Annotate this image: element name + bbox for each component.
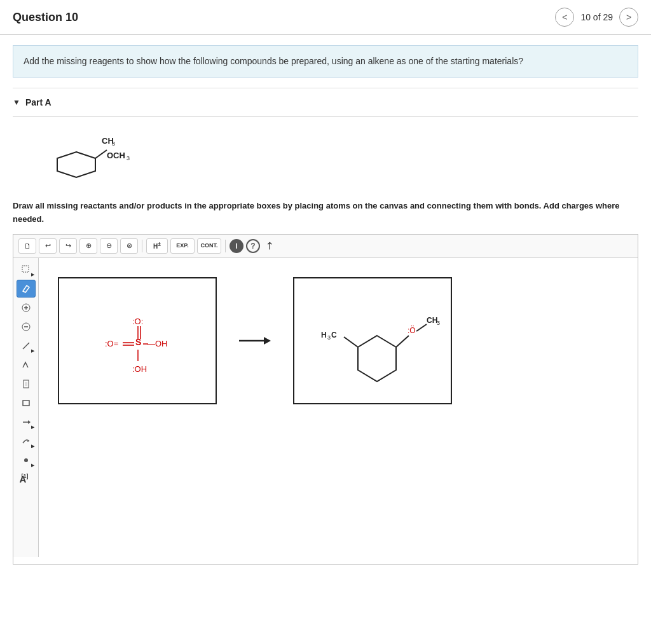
- reactant-box[interactable]: S :O: :OH :O=: [58, 277, 217, 404]
- svg-text::O=: :O=: [105, 339, 118, 348]
- cont-button[interactable]: CONT.: [197, 238, 221, 254]
- svg-rect-6: [22, 266, 29, 272]
- canvas-body: ▶ ▶: [13, 258, 638, 557]
- svg-marker-0: [57, 152, 95, 177]
- svg-rect-16: [23, 401, 29, 406]
- svg-text:3: 3: [327, 334, 331, 341]
- svg-line-12: [23, 343, 29, 349]
- svg-line-1: [95, 150, 107, 158]
- new-document-button[interactable]: 🗋: [18, 238, 36, 254]
- single-bond-button[interactable]: ▶: [17, 337, 36, 355]
- svg-line-42: [344, 337, 358, 347]
- select-tool-button[interactable]: ▶: [17, 261, 36, 278]
- zoom-in-button[interactable]: ⊕: [79, 238, 97, 254]
- double-bond-button[interactable]: [17, 356, 36, 374]
- svg-marker-18: [28, 420, 31, 424]
- erase-button[interactable]: ⊗: [120, 238, 138, 254]
- part-collapse-arrow: ▼: [13, 98, 20, 107]
- plus-charge-button[interactable]: [17, 299, 36, 317]
- svg-text:3: 3: [437, 320, 440, 326]
- drawing-area[interactable]: S :O: :OH :O=: [39, 258, 638, 557]
- svg-rect-15: [25, 382, 27, 386]
- target-molecule-display: CH 3 OCH 3: [32, 123, 651, 193]
- svg-text:C: C: [331, 331, 337, 339]
- svg-text:3: 3: [127, 155, 130, 161]
- hydrogen-button[interactable]: H±: [146, 238, 168, 254]
- rectangle-button[interactable]: [17, 394, 36, 412]
- expand-button[interactable]: ↗: [262, 238, 277, 253]
- svg-text:CH: CH: [427, 316, 437, 325]
- svg-text:OCH: OCH: [107, 151, 125, 160]
- arrow-button[interactable]: ▶: [17, 413, 36, 431]
- part-a-section: ▼ Part A: [13, 88, 638, 117]
- svg-text:—OH: —OH: [147, 339, 168, 348]
- svg-text:··: ··: [411, 322, 415, 329]
- toolbar-separator-2: [225, 240, 226, 252]
- question-prompt: Add the missing reagents to show how the…: [13, 45, 638, 78]
- question-title: Question 10: [13, 11, 78, 24]
- svg-point-21: [24, 458, 28, 462]
- svg-line-39: [416, 324, 427, 331]
- part-a-label: Part A: [25, 97, 51, 107]
- svg-text:H: H: [321, 331, 327, 339]
- redo-button[interactable]: ↪: [59, 238, 77, 254]
- undo-button[interactable]: ↩: [39, 238, 57, 254]
- drawing-instructions: Draw all missing reactants and/or produc…: [13, 200, 638, 226]
- svg-text::OH: :OH: [132, 364, 147, 374]
- help-button[interactable]: ?: [246, 239, 260, 253]
- question-counter: 10 of 29: [580, 12, 613, 22]
- text-atom-button[interactable]: A [1]: [17, 470, 36, 488]
- navigation-controls: < 10 of 29 >: [555, 8, 638, 27]
- tool-sidebar: ▶ ▶: [13, 258, 39, 557]
- prev-button[interactable]: <: [555, 8, 574, 27]
- svg-marker-34: [264, 337, 271, 345]
- svg-text:3: 3: [112, 140, 115, 147]
- product-box[interactable]: :O ·· CH 3 H 3 C: [293, 277, 452, 404]
- canvas-toolbar: 🗋 ↩ ↪ ⊕ ⊖ ⊗ H± EXP. CONT. i ? ↗: [13, 235, 638, 258]
- reaction-layout: S :O: :OH :O=: [58, 277, 631, 404]
- curve-arrow-button[interactable]: ▶ ▶: [17, 432, 36, 450]
- info-button[interactable]: i: [230, 239, 243, 253]
- minus-charge-button[interactable]: [17, 318, 36, 336]
- reactant-molecule-svg: S :O: :OH :O=: [59, 278, 218, 406]
- reaction-arrow-svg: [236, 331, 274, 350]
- zoom-out-button[interactable]: ⊖: [100, 238, 118, 254]
- target-molecule-svg: CH 3 OCH 3: [32, 123, 134, 193]
- exp-button[interactable]: EXP.: [170, 238, 195, 254]
- svg-marker-35: [358, 336, 396, 381]
- bracket-button[interactable]: [17, 375, 36, 393]
- eraser-tool-button[interactable]: [17, 280, 36, 298]
- dot-button[interactable]: ▶: [17, 451, 36, 469]
- product-molecule-svg: :O ·· CH 3 H 3 C: [294, 278, 453, 406]
- toolbar-separator-1: [142, 240, 142, 252]
- reaction-arrow-container: [236, 331, 274, 350]
- svg-text::O:: :O:: [132, 317, 143, 326]
- next-button[interactable]: >: [619, 8, 638, 27]
- part-a-header[interactable]: ▼ Part A: [13, 95, 638, 110]
- chemistry-canvas[interactable]: 🗋 ↩ ↪ ⊕ ⊖ ⊗ H± EXP. CONT. i ? ↗ ▶: [13, 234, 638, 565]
- svg-line-36: [396, 336, 409, 347]
